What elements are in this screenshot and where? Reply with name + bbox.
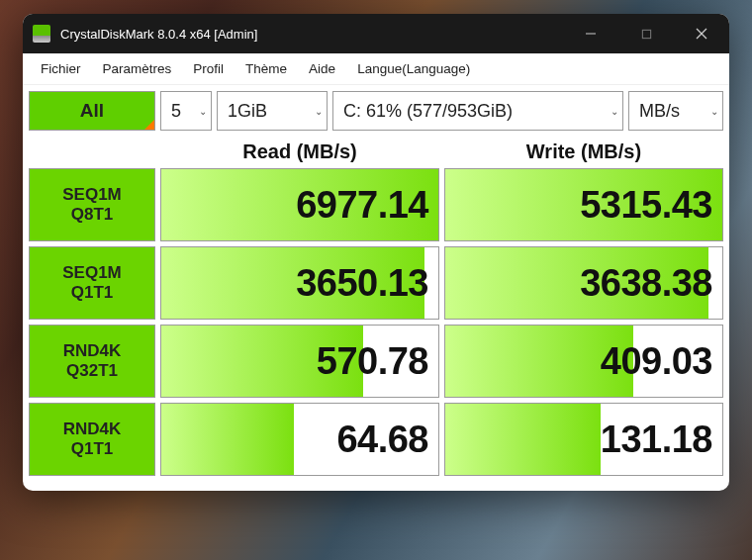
menu-file[interactable]: Fichier [31,57,91,80]
test-size-value: 1GiB [228,101,267,122]
test-row: SEQ1MQ1T13650.133638.38 [29,246,723,320]
maximize-icon [641,29,652,40]
read-value-cell: 64.68 [160,403,439,476]
maximize-button[interactable] [618,14,674,53]
read-value-cell: 3650.13 [160,246,439,320]
test-count-select[interactable]: 5 ⌄ [160,91,212,131]
menu-language[interactable]: Langue(Language) [347,57,480,80]
test-label-line2: Q1T1 [71,283,114,303]
test-label-line1: RND4K [63,341,122,361]
run-all-button[interactable]: All [29,91,155,131]
drive-value: C: 61% (577/953GiB) [343,101,513,122]
close-button[interactable] [674,14,729,53]
desktop-background: CrystalDiskMark 8.0.4 x64 [Admin] Fichie… [0,0,752,560]
window-controls [563,14,729,53]
write-value-cell: 3638.38 [444,246,723,320]
chevron-down-icon: ⌄ [605,106,618,117]
run-test-button[interactable]: RND4KQ32T1 [29,325,155,398]
read-value-cell: 570.78 [160,325,439,398]
minimize-button[interactable] [563,14,618,53]
header-write: Write (MB/s) [444,140,723,163]
results-header: Read (MB/s) Write (MB/s) [29,135,723,168]
run-all-label: All [80,100,104,122]
write-value-cell: 5315.43 [444,168,723,241]
app-icon [33,25,50,43]
menu-settings[interactable]: Paramètres [93,57,182,80]
menubar: Fichier Paramètres Profil Thème Aide Lan… [23,53,729,85]
chevron-down-icon: ⌄ [309,106,323,117]
close-icon [696,28,707,40]
results-table: Read (MB/s) Write (MB/s) SEQ1MQ8T16977.1… [23,135,729,491]
read-value: 64.68 [336,419,428,461]
test-row: RND4KQ32T1570.78409.03 [29,325,723,398]
test-label-line2: Q8T1 [71,205,114,225]
test-label-line2: Q32T1 [66,361,118,381]
header-read: Read (MB/s) [160,140,439,163]
read-bar-fill [161,404,294,475]
test-label-line2: Q1T1 [71,439,114,459]
read-value-cell: 6977.14 [160,168,439,241]
menu-help[interactable]: Aide [299,57,345,80]
minimize-icon [585,28,597,40]
run-test-button[interactable]: SEQ1MQ1T1 [29,246,155,320]
menu-profile[interactable]: Profil [183,57,234,80]
test-label-line1: SEQ1M [62,185,122,205]
unit-select[interactable]: MB/s ⌄ [628,91,723,131]
test-count-value: 5 [171,101,181,122]
run-test-button[interactable]: SEQ1MQ8T1 [29,168,155,241]
write-value-cell: 409.03 [444,325,723,398]
drive-select[interactable]: C: 61% (577/953GiB) ⌄ [332,91,623,131]
test-size-select[interactable]: 1GiB ⌄ [217,91,328,131]
app-window: CrystalDiskMark 8.0.4 x64 [Admin] Fichie… [23,14,729,491]
controls-row: All 5 ⌄ 1GiB ⌄ C: 61% (577/953GiB) ⌄ MB/… [23,85,729,135]
results-rows: SEQ1MQ8T16977.145315.43SEQ1MQ1T13650.133… [29,168,723,476]
read-value: 6977.14 [296,184,428,227]
window-title: CrystalDiskMark 8.0.4 x64 [Admin] [60,27,563,42]
read-value: 3650.13 [296,262,428,305]
titlebar[interactable]: CrystalDiskMark 8.0.4 x64 [Admin] [23,14,729,53]
write-value: 5315.43 [580,184,712,227]
menu-theme[interactable]: Thème [235,57,297,80]
write-value: 131.18 [601,419,712,461]
write-value-cell: 131.18 [444,403,723,476]
test-row: SEQ1MQ8T16977.145315.43 [29,168,723,241]
svg-rect-1 [642,30,650,38]
write-value: 3638.38 [580,262,712,305]
write-bar-fill [445,404,601,475]
run-test-button[interactable]: RND4KQ1T1 [29,403,155,476]
test-label-line1: RND4K [63,420,122,439]
test-label-line1: SEQ1M [62,263,122,283]
test-row: RND4KQ1T164.68131.18 [29,403,723,476]
chevron-down-icon: ⌄ [193,106,207,117]
chevron-down-icon: ⌄ [705,106,718,117]
read-value: 570.78 [317,340,428,383]
write-value: 409.03 [601,340,712,383]
unit-value: MB/s [639,101,680,122]
